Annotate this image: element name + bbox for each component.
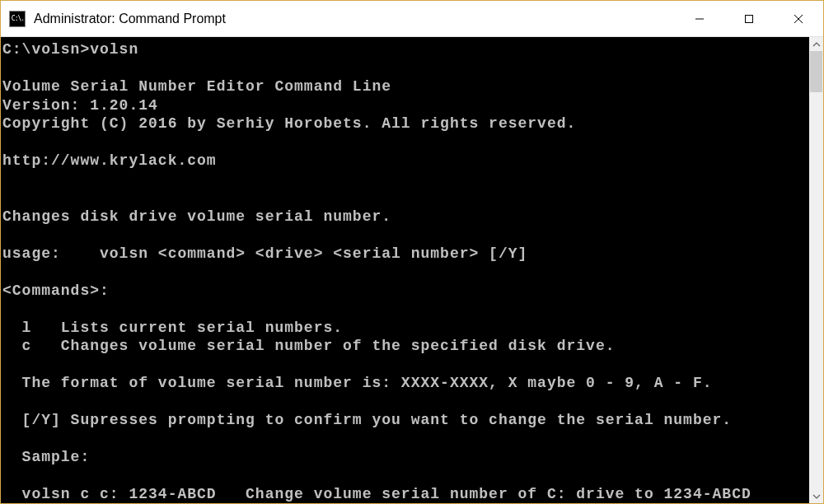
- minimize-icon: [695, 14, 705, 24]
- scroll-thumb[interactable]: [810, 51, 822, 92]
- maximize-button[interactable]: [724, 1, 774, 36]
- close-icon: [794, 14, 803, 24]
- svg-rect-1: [746, 15, 753, 22]
- maximize-icon: [744, 14, 754, 24]
- chevron-up-icon: [812, 40, 821, 49]
- window-title: Administrator: Command Prompt: [34, 12, 675, 26]
- chevron-down-icon: [812, 492, 821, 501]
- scroll-up-arrow[interactable]: [809, 37, 823, 51]
- terminal-container: C:\volsn>volsn Volume Serial Number Edit…: [1, 37, 823, 503]
- vertical-scrollbar[interactable]: [809, 37, 823, 503]
- terminal-output[interactable]: C:\volsn>volsn Volume Serial Number Edit…: [1, 37, 809, 503]
- scroll-down-arrow[interactable]: [809, 489, 823, 503]
- minimize-button[interactable]: [675, 1, 724, 36]
- window-controls: [675, 1, 823, 36]
- window-titlebar: C:\. Administrator: Command Prompt: [1, 1, 823, 37]
- close-button[interactable]: [774, 1, 823, 36]
- app-icon: C:\.: [9, 11, 26, 27]
